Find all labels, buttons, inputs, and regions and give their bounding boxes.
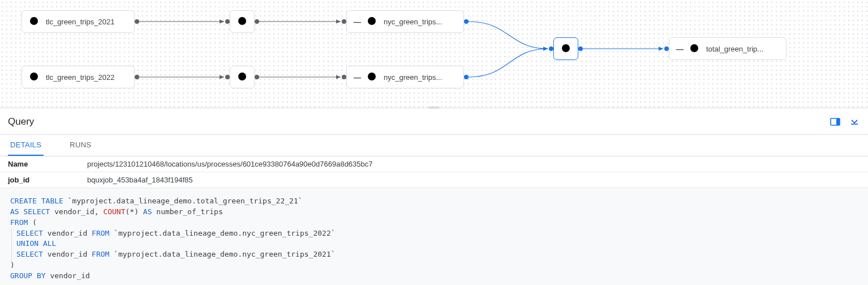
svg-point-11 bbox=[255, 75, 259, 79]
row-value: projects/123101210468/locations/us/proce… bbox=[79, 156, 868, 172]
svg-point-14 bbox=[549, 46, 553, 51]
dash-icon: — bbox=[354, 73, 361, 82]
table-row: Name projects/123101210468/locations/us/… bbox=[0, 156, 868, 172]
node-label: total_green_trip... bbox=[706, 45, 763, 53]
node-label: nyc_green_trips... bbox=[384, 73, 442, 82]
toggle-side-panel-icon[interactable] bbox=[830, 116, 841, 127]
svg-point-6 bbox=[225, 19, 230, 24]
node-nyc-green-trips-2[interactable]: — nyc_green_trips... bbox=[346, 66, 464, 88]
node-nyc-green-trips-1[interactable]: — nyc_green_trips... bbox=[346, 10, 464, 33]
row-key: job_id bbox=[0, 172, 79, 188]
dash-icon: — bbox=[354, 18, 361, 26]
tab-runs[interactable]: RUNS bbox=[67, 141, 93, 156]
bigquery-table-icon bbox=[29, 16, 40, 27]
node-label: tlc_green_trips_2021 bbox=[46, 18, 114, 26]
svg-point-13 bbox=[464, 19, 469, 24]
process-icon bbox=[237, 71, 248, 83]
process-icon bbox=[237, 16, 248, 27]
table-row: job_id bquxjob_453ba4af_1843f194f85 bbox=[0, 172, 868, 188]
node-label: tlc_green_trips_2022 bbox=[46, 73, 114, 82]
panel-header: Query bbox=[0, 109, 868, 135]
lineage-canvas[interactable]: tlc_green_trips_2021 tlc_green_trips_202… bbox=[0, 0, 868, 108]
tab-details[interactable]: DETAILS bbox=[8, 141, 44, 156]
details-table: Name projects/123101210468/locations/us/… bbox=[0, 156, 868, 188]
bigquery-table-icon bbox=[367, 16, 378, 27]
sql-code-block: CREATE TABLE `myproject.data_lineage_dem… bbox=[0, 188, 868, 285]
panel-splitter[interactable] bbox=[0, 108, 868, 109]
svg-point-8 bbox=[342, 19, 346, 24]
tabs: DETAILS RUNS bbox=[0, 135, 868, 156]
bigquery-table-icon bbox=[367, 71, 378, 83]
svg-point-10 bbox=[225, 75, 230, 79]
node-label: nyc_green_trips... bbox=[384, 18, 442, 26]
node-tlc-green-trips-2021[interactable]: tlc_green_trips_2021 bbox=[22, 10, 135, 33]
svg-point-7 bbox=[255, 19, 259, 24]
svg-point-12 bbox=[342, 75, 346, 79]
svg-point-5 bbox=[135, 19, 139, 24]
node-process-2[interactable] bbox=[230, 66, 255, 88]
svg-point-17 bbox=[664, 46, 669, 51]
dash-icon: — bbox=[676, 45, 684, 53]
node-process-selected[interactable] bbox=[553, 37, 578, 60]
svg-point-15 bbox=[464, 75, 469, 79]
bigquery-table-icon bbox=[689, 43, 701, 54]
row-key: Name bbox=[0, 156, 79, 172]
node-process-1[interactable] bbox=[230, 10, 255, 33]
node-tlc-green-trips-2022[interactable]: tlc_green_trips_2022 bbox=[22, 66, 135, 88]
svg-point-16 bbox=[578, 46, 583, 51]
svg-rect-19 bbox=[836, 118, 840, 125]
process-icon bbox=[561, 43, 572, 54]
bigquery-table-icon bbox=[29, 71, 40, 83]
node-total-green-trips[interactable]: — total_green_trip... bbox=[669, 37, 787, 60]
panel-title: Query bbox=[8, 116, 34, 127]
collapse-panel-icon[interactable] bbox=[849, 116, 860, 127]
row-value: bquxjob_453ba4af_1843f194f85 bbox=[79, 172, 868, 188]
svg-point-9 bbox=[135, 75, 139, 79]
